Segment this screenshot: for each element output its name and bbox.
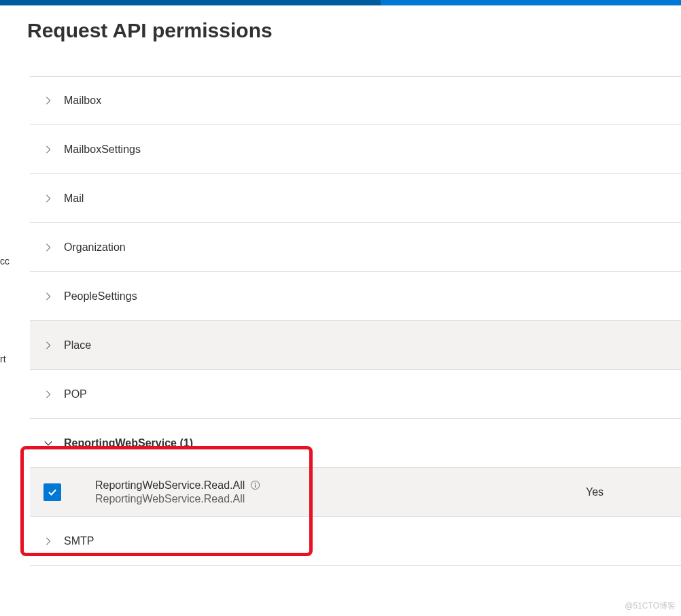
watermark: @51CTO博客 [625, 600, 676, 612]
chevron-right-icon [43, 145, 53, 154]
category-reportingwebservice[interactable]: ReportingWebService (1) [30, 419, 681, 468]
chevron-right-icon [43, 96, 53, 105]
category-mail[interactable]: Mail [30, 174, 681, 223]
category-label: SMTP [64, 535, 94, 547]
chevron-right-icon [43, 390, 53, 399]
permission-name-row: ReportingWebService.Read.All [95, 479, 586, 492]
category-label: MailboxSettings [64, 143, 141, 156]
loading-bar [0, 0, 681, 5]
svg-rect-2 [255, 485, 256, 488]
category-label: Organization [64, 241, 126, 254]
permission-description: ReportingWebService.Read.All [95, 493, 586, 505]
chevron-down-icon [43, 439, 53, 448]
permissions-panel: Request API permissions Mailbox MailboxS… [0, 5, 681, 566]
category-peoplesettings[interactable]: PeopleSettings [30, 272, 681, 321]
category-mailboxsettings[interactable]: MailboxSettings [30, 125, 681, 174]
category-label: POP [64, 388, 87, 400]
page-title: Request API permissions [27, 19, 681, 42]
permission-checkbox[interactable] [43, 483, 61, 501]
permission-text: ReportingWebService.Read.All ReportingWe… [95, 479, 586, 505]
category-label: PeopleSettings [64, 290, 137, 303]
admin-consent-value: Yes [586, 486, 667, 498]
permission-category-list: Mailbox MailboxSettings Mail Organizatio… [30, 76, 681, 566]
category-mailbox[interactable]: Mailbox [30, 76, 681, 125]
category-label: Mail [64, 192, 84, 205]
category-label: Place [64, 339, 91, 352]
sidebar-fragment: cc [0, 256, 10, 267]
chevron-right-icon [43, 194, 53, 203]
chevron-right-icon [43, 243, 53, 252]
svg-point-1 [255, 483, 256, 484]
category-pop[interactable]: POP [30, 370, 681, 419]
category-place[interactable]: Place [30, 321, 681, 370]
check-icon [47, 487, 58, 498]
category-organization[interactable]: Organization [30, 223, 681, 272]
category-label: ReportingWebService (1) [64, 437, 193, 449]
chevron-right-icon [43, 536, 53, 546]
chevron-right-icon [43, 292, 53, 301]
info-icon[interactable] [250, 480, 260, 490]
permission-name: ReportingWebService.Read.All [95, 479, 245, 492]
category-label: Mailbox [64, 95, 101, 107]
chevron-right-icon [43, 341, 53, 350]
category-smtp[interactable]: SMTP [30, 517, 681, 566]
permission-row: ReportingWebService.Read.All ReportingWe… [30, 468, 681, 517]
sidebar-fragment: rt [0, 354, 6, 364]
